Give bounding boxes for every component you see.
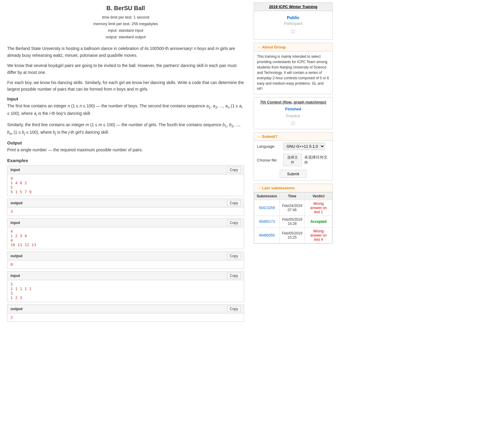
sub-verdict-1: Wrong answer on test 1 [305, 200, 332, 216]
example-3: input Copy 5 1 1 1 1 1 3 1 2 3 [7, 271, 244, 302]
sub-id-3: 49495050 [254, 228, 280, 243]
sub-verdict-3: Wrong answer on test 4 [305, 228, 332, 243]
output-type: output: standard output [7, 34, 244, 40]
sub-id-1: 50413259 [254, 200, 280, 216]
example-2-input-header: input Copy [7, 219, 244, 227]
example-1-output: output Copy 3 [7, 199, 244, 216]
choose-file-label: Choose file: [257, 158, 281, 162]
example-3-output: output Copy 2 [7, 304, 244, 322]
memory-limit: memory limit per test: 256 megabytes [7, 21, 244, 27]
example-3-input-label: input [10, 273, 20, 278]
sub-link-2[interactable]: 49495173 [259, 220, 275, 224]
example-1: input Copy 4 1 4 6 2 5 5 1 5 7 9 [7, 165, 244, 196]
example-3-output-header: output Copy [7, 305, 244, 313]
about-group-text: This training is mainly intended to sele… [254, 51, 332, 94]
example-3-output-content: 2 [7, 313, 244, 321]
example-2-output-header: output Copy [7, 252, 244, 260]
input-text-2: Similarly, the third line contains an in… [7, 121, 244, 137]
submissions-table: Submission Time Verdict 50413259 Feb/24/… [254, 192, 332, 243]
example-3-input-copy[interactable]: Copy [227, 273, 241, 279]
example-1-input-header: input Copy [7, 166, 244, 174]
example-1-input-content: 4 1 4 6 2 5 5 1 5 7 9 [7, 174, 244, 196]
example-2-output-label: output [10, 254, 22, 258]
col-submission: Submission [254, 193, 280, 200]
table-row: 49495173 Feb/05/201915:28 Accepted [254, 216, 332, 228]
language-row: Language: GNU G++11 5.1.0 [254, 141, 332, 152]
example-2-input-label: input [10, 220, 20, 225]
sub-link-3[interactable]: 49495050 [259, 233, 275, 237]
seventh-contest-card: 7th Contest (flow, graph matchings) Fini… [254, 97, 333, 129]
file-row: Choose file: 选择文件 未选择任何文件 [254, 152, 332, 168]
contest-card: 2019 ICPC Winter Training Public Partici… [254, 2, 333, 40]
sub-time-2: Feb/05/201915:28 [280, 216, 305, 228]
examples-title: Examples [7, 158, 244, 163]
col-verdict: Verdict [305, 193, 332, 200]
problem-meta: time limit per test: 1 second memory lim… [7, 14, 244, 40]
example-3-output-label: output [10, 307, 22, 311]
table-row: 50413259 Feb/24/201907:46 Wrong answer o… [254, 200, 332, 216]
sub-time-1: Feb/24/201907:46 [280, 200, 305, 216]
about-group-card: → About Group This training is mainly in… [254, 43, 333, 94]
sidebar: 2019 ICPC Winter Training Public Partici… [251, 0, 335, 329]
public-label: Public [257, 13, 329, 21]
input-type: input: standard input [7, 27, 244, 34]
example-1-output-content: 3 [7, 208, 244, 216]
example-2-output: output Copy 0 [7, 252, 244, 269]
last-submissions-header: → Last submissions [254, 184, 332, 192]
file-btn-choose[interactable]: 选择文件 [283, 154, 302, 166]
example-1-output-copy[interactable]: Copy [227, 200, 241, 206]
no-file-label: 未选择任何文件 [304, 155, 329, 165]
language-label: Language: [257, 144, 281, 149]
problem-title: B. BerSU Ball [7, 5, 244, 12]
submit-button[interactable]: Submit [280, 170, 307, 178]
example-3-input-content: 5 1 1 1 1 1 3 1 2 3 [7, 280, 244, 302]
problem-text-1: The Berland State University is hosting … [7, 45, 244, 59]
example-3-output-copy[interactable]: Copy [227, 306, 241, 312]
sub-id-2: 49495173 [254, 216, 280, 228]
seventh-contest-practice: Practice [254, 112, 332, 119]
example-3-input-header: input Copy [7, 272, 244, 280]
example-2-input-copy[interactable]: Copy [227, 220, 241, 226]
submit-card: → Submit? Language: GNU G++11 5.1.0 Choo… [254, 132, 333, 181]
star-icon-2: ☆ [254, 119, 332, 129]
contest-link[interactable]: 2019 ICPC Winter Training [269, 4, 317, 9]
example-1-output-label: output [10, 201, 22, 205]
input-section-title: Input [7, 96, 244, 101]
example-2-output-content: 0 [7, 260, 244, 269]
main-content: B. BerSU Ball time limit per test: 1 sec… [0, 0, 251, 329]
about-group-header: → About Group [254, 43, 332, 51]
contest-card-body: Public Participant ☆ [254, 11, 332, 39]
example-1-input-label: input [10, 167, 20, 172]
example-2: input Copy 4 1 2 3 4 4 10 11 12 13 [7, 218, 244, 249]
sub-verdict-2: Accepted [305, 216, 332, 228]
sub-link-1[interactable]: 50413259 [259, 206, 275, 210]
star-icon: ☆ [257, 28, 329, 37]
col-time: Time [280, 193, 305, 200]
submit-header: → Submit? [254, 132, 332, 141]
sub-time-3: Feb/05/201915:25 [280, 228, 305, 243]
output-section-title: Output [7, 140, 244, 145]
example-2-input-content: 4 1 2 3 4 4 10 11 12 13 [7, 227, 244, 249]
seventh-contest-name: 7th Contest (flow, graph matchings) [254, 97, 332, 106]
output-text: Print a single number — the required max… [7, 147, 244, 153]
participant-label: Participant [257, 21, 329, 28]
contest-link-header: 2019 ICPC Winter Training [254, 3, 332, 11]
language-select[interactable]: GNU G++11 5.1.0 [283, 143, 325, 150]
example-1-output-header: output Copy [7, 199, 244, 208]
table-row: 49495050 Feb/05/201915:25 Wrong answer o… [254, 228, 332, 243]
time-limit: time limit per test: 1 second [7, 14, 244, 21]
example-2-output-copy[interactable]: Copy [227, 253, 241, 259]
example-1-input-copy[interactable]: Copy [227, 167, 241, 173]
input-text-1: The first line contains an integer n (1 … [7, 103, 244, 118]
problem-text-3: For each boy, we know his dancing skills… [7, 79, 244, 93]
problem-text-2: We know that several boy&girl pairs are … [7, 62, 244, 76]
seventh-contest-status: Finished [254, 106, 332, 112]
last-submissions-card: → Last submissions Submission Time Verdi… [254, 184, 333, 244]
